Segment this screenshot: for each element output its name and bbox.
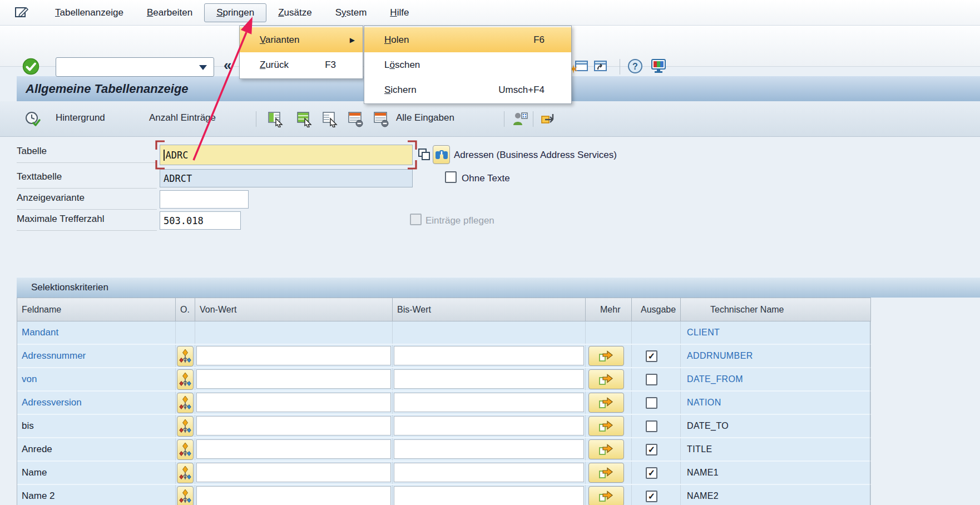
menu-hilfe[interactable]: Hilfe — [378, 4, 420, 22]
search-binoculars-button[interactable] — [433, 145, 450, 164]
technischer-name-label: CLIENT — [687, 328, 720, 338]
option-cell — [176, 485, 195, 505]
technischer-name-label: NATION — [687, 398, 721, 408]
multiple-selection-button[interactable] — [588, 463, 624, 483]
multiple-selection-button[interactable] — [588, 346, 624, 366]
select-all-icon[interactable] — [296, 111, 313, 127]
menu-item-holen[interactable]: HolenF6 — [364, 27, 571, 52]
possible-entries-icon[interactable] — [417, 147, 432, 164]
feldname-label: Mandant — [22, 327, 58, 338]
option-cell — [176, 415, 195, 437]
technischer-name-label: TITLE — [687, 444, 712, 454]
collapse-toolbar-icon[interactable]: « — [224, 57, 231, 74]
ausgabe-checkbox[interactable] — [646, 374, 657, 385]
selection-options-button[interactable] — [177, 463, 194, 483]
ausgabe-checkbox[interactable]: ✓ — [646, 491, 657, 502]
bis-wert-input[interactable] — [394, 463, 584, 482]
menu-tabellenanzeige[interactable]: Tabellenanzeige — [43, 4, 135, 22]
table-row: Anrede ✓TITLE — [17, 438, 870, 462]
menu-item-loeschen[interactable]: Löschen — [364, 52, 571, 77]
mehr-cell — [586, 321, 632, 344]
ausgabe-checkbox[interactable]: ✓ — [646, 444, 657, 456]
alle-eingaben-button[interactable]: Alle Eingaben — [396, 112, 454, 123]
transfer-icon[interactable] — [541, 111, 557, 127]
table-row: Adressversion NATION — [17, 392, 870, 415]
command-field[interactable] — [56, 57, 214, 77]
command-dropdown-icon[interactable] — [199, 65, 207, 70]
technischer-name-cell: TITLE — [681, 438, 871, 461]
menu-item-varianten[interactable]: Varianten▶ — [240, 27, 363, 52]
menu-item-zurueck[interactable]: ZurückF3 — [240, 52, 363, 77]
menu-zusaetze[interactable]: Zusätze — [266, 4, 323, 22]
ohne-texte-checkbox[interactable] — [445, 171, 457, 183]
page-title: Allgemeine Tabellenanzeige — [26, 82, 189, 96]
column-header-technischer-name: Technischer Name — [681, 298, 871, 321]
option-cell — [176, 462, 195, 484]
select-block-icon[interactable] — [267, 111, 284, 127]
hintergrund-button[interactable]: Hintergrund — [56, 112, 105, 123]
feldname-label: bis — [22, 420, 34, 432]
delete-selection-icon[interactable] — [347, 111, 364, 127]
help-icon[interactable]: ? — [627, 58, 641, 71]
von-wert-input[interactable] — [196, 439, 391, 459]
create-shortcut-icon[interactable] — [594, 60, 607, 72]
screen-edit-icon[interactable] — [14, 6, 29, 19]
multiple-selection-button[interactable] — [588, 369, 624, 389]
ausgabe-checkbox[interactable]: ✓ — [646, 350, 657, 362]
option-cell — [176, 392, 195, 414]
bis-wert-input[interactable] — [394, 393, 584, 412]
von-wert-cell — [195, 438, 393, 461]
bis-wert-cell — [393, 415, 586, 437]
bis-wert-input[interactable] — [394, 486, 584, 505]
enter-button[interactable] — [22, 58, 39, 75]
selection-options-button[interactable] — [177, 486, 194, 505]
texttabelle-field[interactable]: ADRCT — [160, 169, 413, 187]
selection-options-button[interactable] — [177, 393, 194, 413]
selection-options-button[interactable] — [177, 439, 194, 460]
bis-wert-input[interactable] — [394, 439, 584, 459]
feldname-cell: Name — [17, 462, 176, 484]
von-wert-input[interactable] — [196, 416, 391, 435]
ausgabe-checkbox[interactable] — [646, 397, 657, 409]
von-wert-input[interactable] — [196, 369, 391, 389]
column-header-von-wert: Von-Wert — [195, 298, 393, 321]
von-wert-input[interactable] — [196, 346, 391, 365]
deselect-block-icon[interactable] — [321, 111, 338, 127]
technischer-name-cell: NATION — [681, 392, 871, 414]
ausgabe-checkbox[interactable]: ✓ — [646, 467, 657, 479]
ausgabe-checkbox[interactable] — [646, 420, 657, 432]
gui-settings-monitor-icon[interactable] — [651, 58, 664, 71]
tabelle-field[interactable]: ADRC — [160, 145, 413, 165]
execute-icon[interactable] — [24, 111, 41, 127]
max-trefferzahl-field[interactable]: 503.018 — [160, 211, 241, 230]
multiple-selection-button[interactable] — [588, 439, 624, 459]
selection-options-button[interactable] — [177, 369, 194, 390]
menu-bearbeiten[interactable]: Bearbeiten — [135, 4, 204, 22]
technischer-name-cell: NAME2 — [681, 485, 871, 505]
multiple-selection-button[interactable] — [588, 416, 624, 436]
ausgabe-cell: ✓ — [632, 485, 681, 505]
user-parameters-icon[interactable] — [512, 111, 528, 127]
table-row: bis DATE_TO — [17, 415, 870, 438]
multiple-selection-button[interactable] — [588, 393, 624, 413]
menu-system[interactable]: System — [324, 4, 379, 22]
section-title: Selektionskriterien — [31, 282, 108, 293]
delete-all-selections-icon[interactable] — [373, 111, 389, 127]
anzeigevariante-field[interactable] — [160, 190, 249, 209]
table-header-row: FeldnameO.Von-WertBis-WertMehrAusgabeTec… — [17, 298, 870, 321]
von-wert-input[interactable] — [196, 393, 391, 412]
selection-options-button[interactable] — [177, 346, 194, 367]
selection-options-button[interactable] — [177, 416, 194, 437]
menu-item-sichern[interactable]: SichernUmsch+F4 — [364, 77, 571, 102]
anzahl-eintraege-button[interactable]: Anzahl Einträge — [149, 112, 216, 123]
multiple-selection-button[interactable] — [588, 486, 624, 505]
menu-springen[interactable]: Springen — [204, 3, 266, 22]
technischer-name-cell: ADDRNUMBER — [681, 345, 871, 367]
von-wert-input[interactable] — [196, 463, 391, 482]
technischer-name-label: DATE_TO — [687, 421, 729, 431]
bis-wert-input[interactable] — [394, 346, 584, 365]
von-wert-input[interactable] — [196, 486, 391, 505]
bis-wert-input[interactable] — [394, 369, 584, 389]
feldname-label: Anrede — [22, 444, 52, 455]
bis-wert-input[interactable] — [394, 416, 584, 435]
